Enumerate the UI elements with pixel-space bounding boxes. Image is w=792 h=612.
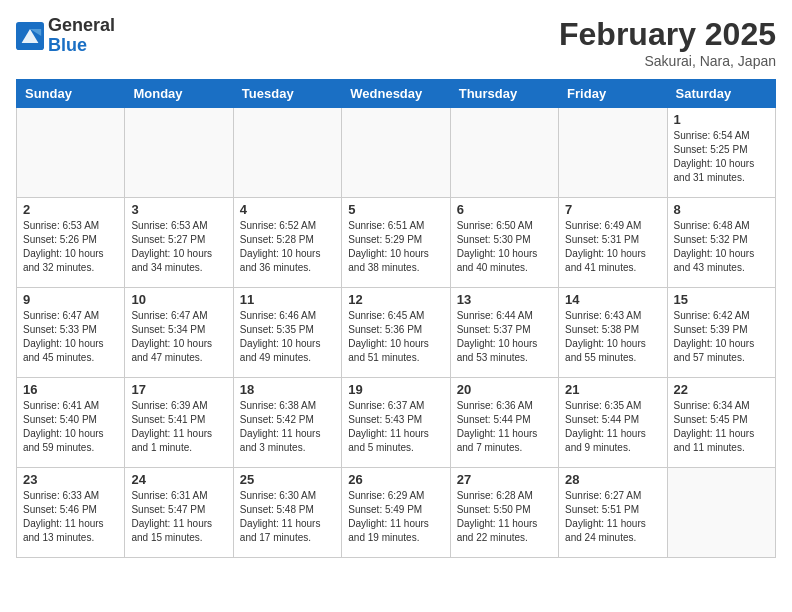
calendar-cell bbox=[450, 108, 558, 198]
calendar-cell: 22Sunrise: 6:34 AM Sunset: 5:45 PM Dayli… bbox=[667, 378, 775, 468]
calendar-cell: 11Sunrise: 6:46 AM Sunset: 5:35 PM Dayli… bbox=[233, 288, 341, 378]
day-info: Sunrise: 6:46 AM Sunset: 5:35 PM Dayligh… bbox=[240, 309, 335, 365]
day-number: 19 bbox=[348, 382, 443, 397]
day-number: 23 bbox=[23, 472, 118, 487]
page-header: General Blue February 2025 Sakurai, Nara… bbox=[16, 16, 776, 69]
day-info: Sunrise: 6:39 AM Sunset: 5:41 PM Dayligh… bbox=[131, 399, 226, 455]
day-number: 17 bbox=[131, 382, 226, 397]
calendar-cell bbox=[559, 108, 667, 198]
day-info: Sunrise: 6:33 AM Sunset: 5:46 PM Dayligh… bbox=[23, 489, 118, 545]
day-info: Sunrise: 6:44 AM Sunset: 5:37 PM Dayligh… bbox=[457, 309, 552, 365]
calendar-cell bbox=[125, 108, 233, 198]
day-number: 14 bbox=[565, 292, 660, 307]
calendar-cell: 21Sunrise: 6:35 AM Sunset: 5:44 PM Dayli… bbox=[559, 378, 667, 468]
calendar-cell bbox=[233, 108, 341, 198]
day-number: 10 bbox=[131, 292, 226, 307]
day-number: 4 bbox=[240, 202, 335, 217]
day-info: Sunrise: 6:48 AM Sunset: 5:32 PM Dayligh… bbox=[674, 219, 769, 275]
day-info: Sunrise: 6:29 AM Sunset: 5:49 PM Dayligh… bbox=[348, 489, 443, 545]
title-area: February 2025 Sakurai, Nara, Japan bbox=[559, 16, 776, 69]
calendar-cell: 19Sunrise: 6:37 AM Sunset: 5:43 PM Dayli… bbox=[342, 378, 450, 468]
day-info: Sunrise: 6:47 AM Sunset: 5:33 PM Dayligh… bbox=[23, 309, 118, 365]
calendar-cell: 9Sunrise: 6:47 AM Sunset: 5:33 PM Daylig… bbox=[17, 288, 125, 378]
day-number: 20 bbox=[457, 382, 552, 397]
day-info: Sunrise: 6:28 AM Sunset: 5:50 PM Dayligh… bbox=[457, 489, 552, 545]
day-number: 3 bbox=[131, 202, 226, 217]
day-number: 27 bbox=[457, 472, 552, 487]
day-number: 24 bbox=[131, 472, 226, 487]
calendar-cell: 26Sunrise: 6:29 AM Sunset: 5:49 PM Dayli… bbox=[342, 468, 450, 558]
day-number: 13 bbox=[457, 292, 552, 307]
weekday-header-friday: Friday bbox=[559, 80, 667, 108]
calendar-cell: 6Sunrise: 6:50 AM Sunset: 5:30 PM Daylig… bbox=[450, 198, 558, 288]
weekday-header-wednesday: Wednesday bbox=[342, 80, 450, 108]
day-info: Sunrise: 6:35 AM Sunset: 5:44 PM Dayligh… bbox=[565, 399, 660, 455]
day-number: 6 bbox=[457, 202, 552, 217]
day-number: 11 bbox=[240, 292, 335, 307]
week-row-2: 2Sunrise: 6:53 AM Sunset: 5:26 PM Daylig… bbox=[17, 198, 776, 288]
calendar-cell bbox=[342, 108, 450, 198]
weekday-header-saturday: Saturday bbox=[667, 80, 775, 108]
logo-general: General bbox=[48, 16, 115, 36]
day-number: 18 bbox=[240, 382, 335, 397]
calendar-cell: 27Sunrise: 6:28 AM Sunset: 5:50 PM Dayli… bbox=[450, 468, 558, 558]
weekday-header-monday: Monday bbox=[125, 80, 233, 108]
calendar: SundayMondayTuesdayWednesdayThursdayFrid… bbox=[16, 79, 776, 558]
day-number: 1 bbox=[674, 112, 769, 127]
day-info: Sunrise: 6:49 AM Sunset: 5:31 PM Dayligh… bbox=[565, 219, 660, 275]
day-info: Sunrise: 6:52 AM Sunset: 5:28 PM Dayligh… bbox=[240, 219, 335, 275]
day-info: Sunrise: 6:30 AM Sunset: 5:48 PM Dayligh… bbox=[240, 489, 335, 545]
day-info: Sunrise: 6:47 AM Sunset: 5:34 PM Dayligh… bbox=[131, 309, 226, 365]
calendar-cell: 24Sunrise: 6:31 AM Sunset: 5:47 PM Dayli… bbox=[125, 468, 233, 558]
calendar-cell: 16Sunrise: 6:41 AM Sunset: 5:40 PM Dayli… bbox=[17, 378, 125, 468]
day-info: Sunrise: 6:51 AM Sunset: 5:29 PM Dayligh… bbox=[348, 219, 443, 275]
day-info: Sunrise: 6:53 AM Sunset: 5:27 PM Dayligh… bbox=[131, 219, 226, 275]
calendar-cell: 25Sunrise: 6:30 AM Sunset: 5:48 PM Dayli… bbox=[233, 468, 341, 558]
day-info: Sunrise: 6:41 AM Sunset: 5:40 PM Dayligh… bbox=[23, 399, 118, 455]
day-info: Sunrise: 6:45 AM Sunset: 5:36 PM Dayligh… bbox=[348, 309, 443, 365]
weekday-header-row: SundayMondayTuesdayWednesdayThursdayFrid… bbox=[17, 80, 776, 108]
day-info: Sunrise: 6:38 AM Sunset: 5:42 PM Dayligh… bbox=[240, 399, 335, 455]
calendar-cell: 3Sunrise: 6:53 AM Sunset: 5:27 PM Daylig… bbox=[125, 198, 233, 288]
day-number: 26 bbox=[348, 472, 443, 487]
calendar-cell: 4Sunrise: 6:52 AM Sunset: 5:28 PM Daylig… bbox=[233, 198, 341, 288]
day-number: 12 bbox=[348, 292, 443, 307]
day-number: 9 bbox=[23, 292, 118, 307]
day-number: 21 bbox=[565, 382, 660, 397]
calendar-cell: 2Sunrise: 6:53 AM Sunset: 5:26 PM Daylig… bbox=[17, 198, 125, 288]
calendar-cell: 23Sunrise: 6:33 AM Sunset: 5:46 PM Dayli… bbox=[17, 468, 125, 558]
calendar-cell: 17Sunrise: 6:39 AM Sunset: 5:41 PM Dayli… bbox=[125, 378, 233, 468]
location: Sakurai, Nara, Japan bbox=[559, 53, 776, 69]
calendar-cell: 8Sunrise: 6:48 AM Sunset: 5:32 PM Daylig… bbox=[667, 198, 775, 288]
day-number: 25 bbox=[240, 472, 335, 487]
logo-text: General Blue bbox=[48, 16, 115, 56]
day-number: 15 bbox=[674, 292, 769, 307]
day-info: Sunrise: 6:27 AM Sunset: 5:51 PM Dayligh… bbox=[565, 489, 660, 545]
calendar-cell bbox=[667, 468, 775, 558]
calendar-cell bbox=[17, 108, 125, 198]
weekday-header-sunday: Sunday bbox=[17, 80, 125, 108]
week-row-1: 1Sunrise: 6:54 AM Sunset: 5:25 PM Daylig… bbox=[17, 108, 776, 198]
calendar-cell: 1Sunrise: 6:54 AM Sunset: 5:25 PM Daylig… bbox=[667, 108, 775, 198]
month-title: February 2025 bbox=[559, 16, 776, 53]
day-number: 2 bbox=[23, 202, 118, 217]
day-number: 5 bbox=[348, 202, 443, 217]
day-info: Sunrise: 6:42 AM Sunset: 5:39 PM Dayligh… bbox=[674, 309, 769, 365]
calendar-cell: 20Sunrise: 6:36 AM Sunset: 5:44 PM Dayli… bbox=[450, 378, 558, 468]
week-row-3: 9Sunrise: 6:47 AM Sunset: 5:33 PM Daylig… bbox=[17, 288, 776, 378]
day-info: Sunrise: 6:53 AM Sunset: 5:26 PM Dayligh… bbox=[23, 219, 118, 275]
day-info: Sunrise: 6:36 AM Sunset: 5:44 PM Dayligh… bbox=[457, 399, 552, 455]
day-number: 28 bbox=[565, 472, 660, 487]
day-number: 7 bbox=[565, 202, 660, 217]
day-info: Sunrise: 6:31 AM Sunset: 5:47 PM Dayligh… bbox=[131, 489, 226, 545]
logo-icon bbox=[16, 22, 44, 50]
day-number: 22 bbox=[674, 382, 769, 397]
calendar-cell: 15Sunrise: 6:42 AM Sunset: 5:39 PM Dayli… bbox=[667, 288, 775, 378]
day-info: Sunrise: 6:50 AM Sunset: 5:30 PM Dayligh… bbox=[457, 219, 552, 275]
calendar-cell: 10Sunrise: 6:47 AM Sunset: 5:34 PM Dayli… bbox=[125, 288, 233, 378]
calendar-cell: 28Sunrise: 6:27 AM Sunset: 5:51 PM Dayli… bbox=[559, 468, 667, 558]
day-number: 8 bbox=[674, 202, 769, 217]
calendar-cell: 7Sunrise: 6:49 AM Sunset: 5:31 PM Daylig… bbox=[559, 198, 667, 288]
day-info: Sunrise: 6:43 AM Sunset: 5:38 PM Dayligh… bbox=[565, 309, 660, 365]
weekday-header-tuesday: Tuesday bbox=[233, 80, 341, 108]
